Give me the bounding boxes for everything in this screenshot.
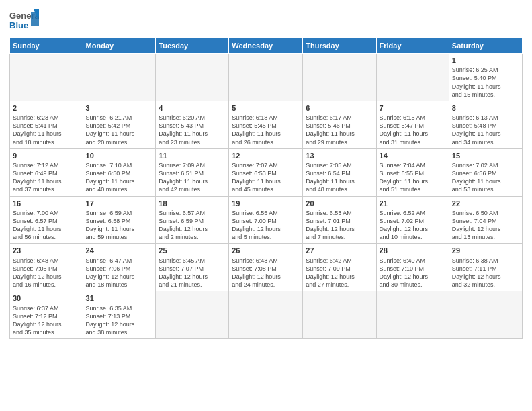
weekday-header-tuesday: Tuesday [156, 38, 229, 54]
calendar-cell: 4Sunrise: 6:20 AM Sunset: 5:43 PM Daylig… [156, 101, 229, 148]
calendar-cell: 14Sunrise: 7:04 AM Sunset: 6:55 PM Dayli… [376, 148, 449, 196]
week-row-3: 9Sunrise: 7:12 AM Sunset: 6:49 PM Daylig… [10, 148, 523, 196]
calendar-cell: 30Sunrise: 6:37 AM Sunset: 7:12 PM Dayli… [10, 291, 83, 339]
svg-text:Blue: Blue [9, 20, 28, 30]
weekday-header-monday: Monday [83, 38, 156, 54]
day-info: Sunrise: 6:55 AM Sunset: 7:00 PM Dayligh… [232, 209, 300, 242]
day-number: 4 [159, 103, 226, 113]
day-number: 13 [306, 151, 373, 161]
calendar-cell: 10Sunrise: 7:10 AM Sunset: 6:50 PM Dayli… [83, 148, 156, 196]
calendar-cell: 12Sunrise: 7:07 AM Sunset: 6:53 PM Dayli… [229, 148, 303, 196]
calendar-cell: 21Sunrise: 6:52 AM Sunset: 7:02 PM Dayli… [376, 196, 449, 244]
weekday-header-sunday: Sunday [10, 38, 83, 54]
day-number: 6 [306, 103, 373, 113]
day-info: Sunrise: 6:35 AM Sunset: 7:13 PM Dayligh… [86, 304, 153, 337]
day-info: Sunrise: 7:04 AM Sunset: 6:55 PM Dayligh… [380, 161, 446, 194]
weekday-header-thursday: Thursday [303, 38, 376, 54]
day-number: 8 [452, 103, 519, 113]
day-number: 28 [380, 246, 446, 255]
logo-area: General Blue [9, 7, 39, 34]
day-info: Sunrise: 6:48 AM Sunset: 7:05 PM Dayligh… [13, 257, 80, 289]
day-number: 7 [380, 103, 446, 113]
day-number: 27 [306, 246, 373, 255]
day-info: Sunrise: 6:20 AM Sunset: 5:43 PM Dayligh… [159, 113, 226, 146]
day-info: Sunrise: 7:05 AM Sunset: 6:54 PM Dayligh… [306, 161, 373, 194]
calendar-cell: 13Sunrise: 7:05 AM Sunset: 6:54 PM Dayli… [303, 148, 376, 196]
day-info: Sunrise: 6:23 AM Sunset: 5:41 PM Dayligh… [13, 113, 80, 146]
calendar-cell: 18Sunrise: 6:57 AM Sunset: 6:59 PM Dayli… [156, 196, 229, 244]
week-row-6: 30Sunrise: 6:37 AM Sunset: 7:12 PM Dayli… [10, 291, 523, 339]
calendar-cell: 27Sunrise: 6:42 AM Sunset: 7:09 PM Dayli… [303, 244, 376, 291]
calendar-cell: 11Sunrise: 7:09 AM Sunset: 6:51 PM Dayli… [156, 148, 229, 196]
day-info: Sunrise: 7:00 AM Sunset: 6:57 PM Dayligh… [13, 209, 80, 242]
calendar-cell [83, 54, 156, 101]
calendar-cell [449, 291, 522, 339]
calendar-cell: 25Sunrise: 6:45 AM Sunset: 7:07 PM Dayli… [156, 244, 229, 291]
day-number: 19 [232, 199, 300, 208]
day-number: 25 [159, 246, 226, 255]
day-info: Sunrise: 7:12 AM Sunset: 6:49 PM Dayligh… [13, 161, 80, 194]
calendar-cell: 20Sunrise: 6:53 AM Sunset: 7:01 PM Dayli… [303, 196, 376, 244]
calendar-table: SundayMondayTuesdayWednesdayThursdayFrid… [9, 38, 523, 339]
day-number: 31 [86, 293, 153, 303]
week-row-2: 2Sunrise: 6:23 AM Sunset: 5:41 PM Daylig… [10, 101, 523, 148]
day-number: 1 [452, 56, 519, 65]
day-number: 11 [159, 151, 226, 161]
calendar-cell: 6Sunrise: 6:17 AM Sunset: 5:46 PM Daylig… [303, 101, 376, 148]
day-number: 24 [86, 246, 153, 255]
day-info: Sunrise: 6:43 AM Sunset: 7:08 PM Dayligh… [232, 257, 300, 289]
calendar-cell: 31Sunrise: 6:35 AM Sunset: 7:13 PM Dayli… [83, 291, 156, 339]
day-info: Sunrise: 6:37 AM Sunset: 7:12 PM Dayligh… [13, 304, 80, 337]
calendar-cell: 17Sunrise: 6:59 AM Sunset: 6:58 PM Dayli… [83, 196, 156, 244]
calendar-cell: 7Sunrise: 6:15 AM Sunset: 5:47 PM Daylig… [376, 101, 449, 148]
calendar-cell [10, 54, 83, 101]
calendar-cell [303, 54, 376, 101]
day-info: Sunrise: 6:25 AM Sunset: 5:40 PM Dayligh… [452, 66, 519, 99]
day-info: Sunrise: 6:59 AM Sunset: 6:58 PM Dayligh… [86, 209, 153, 242]
calendar-cell: 28Sunrise: 6:40 AM Sunset: 7:10 PM Dayli… [376, 244, 449, 291]
calendar-cell: 1Sunrise: 6:25 AM Sunset: 5:40 PM Daylig… [449, 54, 522, 101]
day-number: 10 [86, 151, 153, 161]
day-info: Sunrise: 6:52 AM Sunset: 7:02 PM Dayligh… [380, 209, 446, 242]
calendar-cell: 23Sunrise: 6:48 AM Sunset: 7:05 PM Dayli… [10, 244, 83, 291]
day-info: Sunrise: 7:07 AM Sunset: 6:53 PM Dayligh… [232, 161, 300, 194]
day-info: Sunrise: 6:45 AM Sunset: 7:07 PM Dayligh… [159, 257, 226, 289]
day-number: 12 [232, 151, 300, 161]
day-info: Sunrise: 7:02 AM Sunset: 6:56 PM Dayligh… [452, 161, 519, 194]
day-info: Sunrise: 6:53 AM Sunset: 7:01 PM Dayligh… [306, 209, 373, 242]
calendar-cell [376, 54, 449, 101]
day-number: 26 [232, 246, 300, 255]
day-number: 29 [452, 246, 519, 255]
day-info: Sunrise: 6:15 AM Sunset: 5:47 PM Dayligh… [380, 113, 446, 146]
day-number: 18 [159, 199, 226, 208]
day-info: Sunrise: 6:38 AM Sunset: 7:11 PM Dayligh… [452, 257, 519, 289]
day-number: 22 [452, 199, 519, 208]
day-info: Sunrise: 6:57 AM Sunset: 6:59 PM Dayligh… [159, 209, 226, 242]
day-number: 30 [13, 293, 80, 303]
day-info: Sunrise: 6:50 AM Sunset: 7:04 PM Dayligh… [452, 209, 519, 242]
logo-wrapper: General Blue [9, 7, 39, 34]
general-blue-logo-icon: General Blue [9, 7, 39, 34]
calendar-cell [376, 291, 449, 339]
day-number: 16 [13, 199, 80, 208]
day-number: 23 [13, 246, 80, 255]
calendar-cell: 16Sunrise: 7:00 AM Sunset: 6:57 PM Dayli… [10, 196, 83, 244]
calendar-cell [156, 54, 229, 101]
day-number: 5 [232, 103, 300, 113]
day-info: Sunrise: 6:13 AM Sunset: 5:48 PM Dayligh… [452, 113, 519, 146]
calendar-cell: 5Sunrise: 6:18 AM Sunset: 5:45 PM Daylig… [229, 101, 303, 148]
weekday-header-saturday: Saturday [449, 38, 522, 54]
calendar-cell: 2Sunrise: 6:23 AM Sunset: 5:41 PM Daylig… [10, 101, 83, 148]
day-info: Sunrise: 6:47 AM Sunset: 7:06 PM Dayligh… [86, 257, 153, 289]
calendar-cell [229, 54, 303, 101]
calendar-cell [156, 291, 229, 339]
calendar-cell: 9Sunrise: 7:12 AM Sunset: 6:49 PM Daylig… [10, 148, 83, 196]
calendar-cell: 29Sunrise: 6:38 AM Sunset: 7:11 PM Dayli… [449, 244, 522, 291]
day-number: 3 [86, 103, 153, 113]
weekday-header-friday: Friday [376, 38, 449, 54]
day-number: 20 [306, 199, 373, 208]
day-number: 14 [380, 151, 446, 161]
week-row-5: 23Sunrise: 6:48 AM Sunset: 7:05 PM Dayli… [10, 244, 523, 291]
calendar-cell [303, 291, 376, 339]
day-info: Sunrise: 7:09 AM Sunset: 6:51 PM Dayligh… [159, 161, 226, 194]
